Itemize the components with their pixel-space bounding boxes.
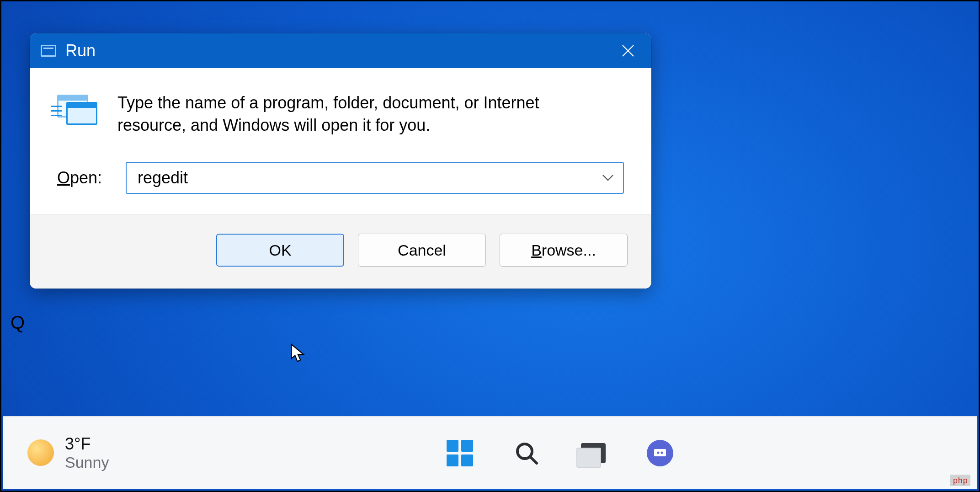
start-button[interactable]: [443, 437, 476, 470]
weather-temperature: 3°F: [65, 434, 109, 453]
run-dialog: Run Type the name of a program, folder, …: [30, 33, 651, 289]
button-row: OK Cancel Browse...: [30, 214, 651, 289]
task-view-button[interactable]: [577, 437, 610, 470]
svg-marker-2: [292, 344, 304, 361]
windows-logo-icon: [447, 440, 473, 466]
dialog-body: Type the name of a program, folder, docu…: [30, 68, 651, 214]
taskbar: 3°F Sunny: [3, 416, 977, 489]
background-window-fragment: Q: [11, 312, 25, 333]
close-button[interactable]: [616, 38, 640, 63]
search-button[interactable]: [510, 437, 543, 470]
open-combobox[interactable]: [126, 162, 624, 194]
close-icon: [621, 44, 635, 58]
weather-widget[interactable]: 3°F Sunny: [27, 434, 109, 471]
open-label: Open:: [57, 168, 112, 187]
ok-button[interactable]: OK: [216, 234, 344, 267]
browse-button[interactable]: Browse...: [500, 234, 628, 267]
chat-icon: [647, 440, 673, 466]
run-titlebar-icon: [41, 45, 56, 57]
watermark: php: [950, 475, 970, 486]
svg-rect-5: [654, 449, 666, 456]
svg-line-4: [530, 457, 537, 463]
open-input[interactable]: [126, 162, 624, 194]
run-icon: [57, 95, 99, 127]
svg-point-7: [661, 451, 663, 454]
svg-point-6: [657, 451, 660, 454]
mouse-cursor-icon: [290, 343, 307, 364]
dialog-description: Type the name of a program, folder, docu…: [117, 92, 597, 136]
chat-button[interactable]: [644, 437, 676, 470]
sun-icon: [27, 439, 54, 466]
task-view-icon: [581, 443, 606, 463]
weather-condition: Sunny: [65, 454, 109, 471]
window-title: Run: [65, 41, 96, 60]
search-icon: [514, 440, 539, 466]
titlebar[interactable]: Run: [30, 33, 651, 68]
cancel-button[interactable]: Cancel: [358, 234, 486, 267]
